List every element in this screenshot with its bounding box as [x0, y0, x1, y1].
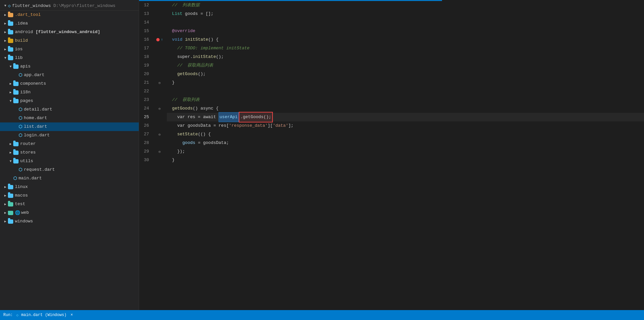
folder-icon — [8, 30, 13, 34]
gutter-27: ⊖ — [156, 130, 164, 139]
code-line-18: super.initState(); — [167, 53, 644, 61]
code-line-29: }); — [167, 147, 644, 156]
folder-icon — [8, 194, 13, 198]
sidebar-item-pages[interactable]: pages — [0, 97, 139, 105]
line-num-25: 25 — [139, 113, 152, 121]
item-label: lib — [15, 54, 23, 62]
gutter-25 — [156, 113, 164, 121]
highlighted-userapi: userApi — [219, 112, 239, 122]
sidebar-item-dart-tool[interactable]: .dart_tool — [0, 11, 139, 19]
sidebar-item-stores[interactable]: stores — [0, 148, 139, 157]
dart-run-icon: ◇ — [16, 313, 19, 318]
item-label: ios — [15, 46, 23, 53]
folder-icon — [8, 22, 13, 26]
project-root[interactable]: ◇ flutter_windows D:\Mypro\flutter_windo… — [0, 1, 139, 11]
sidebar-item-build[interactable]: build — [0, 36, 139, 45]
project-name: flutter_windows D:\Mypro\flutter_windows — [12, 2, 115, 10]
item-label: build — [15, 37, 28, 44]
code-line-19: // 获取商品列表 — [167, 61, 644, 70]
folder-icon — [13, 151, 19, 155]
folder-icon — [13, 90, 19, 95]
gutter-23 — [156, 96, 164, 104]
item-label: linux — [15, 183, 28, 191]
gutter-21: ⊖ — [156, 78, 164, 87]
dart-icon: ⬡ — [19, 72, 22, 78]
sidebar-item-login-dart[interactable]: ⬡ login.dart — [0, 131, 139, 140]
sidebar-item-lib[interactable]: lib — [0, 54, 139, 62]
sidebar-item-web[interactable]: 🌐 web — [0, 208, 139, 217]
folder-icon — [13, 99, 19, 103]
file-explorer: ◇ flutter_windows D:\Mypro\flutter_windo… — [0, 0, 139, 310]
gutter-28 — [156, 139, 164, 147]
sidebar-item-router[interactable]: router — [0, 140, 139, 148]
collapse-arrow — [8, 150, 13, 155]
sidebar-item-idea[interactable]: .idea — [0, 19, 139, 28]
collapse-arrow — [3, 184, 8, 190]
sidebar-item-test[interactable]: test — [0, 200, 139, 208]
dart-icon: ⬡ — [19, 115, 22, 121]
item-label: main.dart — [19, 175, 42, 182]
item-label: windows — [15, 218, 33, 225]
line-num-23: 23 — [139, 96, 152, 104]
sidebar-item-macos[interactable]: macos — [0, 191, 139, 200]
code-line-13: List goods = []; — [167, 10, 644, 18]
line-num-16: 16 — [139, 35, 152, 44]
sidebar-item-home-dart[interactable]: ⬡ home.dart — [0, 114, 139, 122]
sidebar-item-linux[interactable]: linux — [0, 183, 139, 191]
run-label: Run: — [3, 313, 13, 317]
code-line-12: // 列表数据 — [167, 1, 644, 10]
line-num-12: 12 — [139, 1, 152, 10]
sidebar-item-apis[interactable]: apis — [0, 62, 139, 71]
code-line-22 — [167, 87, 644, 96]
item-label: stores — [20, 149, 36, 156]
collapse-arrow — [3, 55, 8, 61]
sidebar-item-android[interactable]: android [flutter_windows_android] — [0, 28, 139, 36]
line-num-24: 24 — [139, 104, 152, 113]
item-label: apis — [20, 63, 30, 70]
line-num-21: 21 — [139, 78, 152, 87]
collapse-arrow — [3, 12, 8, 18]
sidebar-item-detail-dart[interactable]: ⬡ detail.dart — [0, 105, 139, 114]
folder-icon — [8, 211, 13, 215]
collapse-arrow — [8, 141, 13, 147]
gutter-24: ⊖ — [156, 104, 164, 113]
code-area[interactable]: // 列表数据 List goods = []; @override void … — [164, 1, 644, 310]
sidebar-item-i18n[interactable]: i18n — [0, 88, 139, 97]
code-line-20: getGoods(); — [167, 70, 644, 78]
collapse-arrow — [3, 202, 8, 207]
code-line-14 — [167, 18, 644, 27]
collapse-arrow — [3, 47, 8, 52]
item-label: app.dart — [24, 71, 44, 79]
folder-icon — [8, 185, 13, 189]
sidebar-item-main-dart[interactable]: ⬡ main.dart — [0, 174, 139, 183]
sidebar-item-utils[interactable]: utils — [0, 157, 139, 165]
item-label: login.dart — [24, 132, 50, 139]
line-num-18: 18 — [139, 53, 152, 61]
line-num-22: 22 — [139, 87, 152, 96]
folder-icon — [13, 65, 19, 69]
collapse-arrow — [3, 21, 8, 26]
sidebar-item-app-dart[interactable]: ⬡ app.dart — [0, 71, 139, 79]
item-label: test — [15, 201, 25, 208]
code-line-28: goods = goodsData; — [167, 139, 644, 147]
run-label-area: Run: ◇ main.dart (Windows) × — [3, 313, 73, 318]
dart-icon: ⬡ — [19, 107, 22, 112]
sidebar-item-request-dart[interactable]: ⬡ request.dart — [0, 165, 139, 174]
line-num-20: 20 — [139, 70, 152, 78]
item-label: i18n — [20, 89, 30, 96]
code-line-30: } — [167, 156, 644, 164]
sidebar-item-list-dart[interactable]: ⬡ list.dart — [0, 122, 139, 131]
sidebar-item-ios[interactable]: ios — [0, 45, 139, 54]
breakpoint-dot — [156, 38, 160, 41]
folder-icon — [8, 56, 13, 60]
item-label: list.dart — [24, 123, 47, 130]
sidebar-item-windows[interactable]: windows — [0, 217, 139, 226]
collapse-arrow — [3, 219, 8, 224]
gutter-12 — [156, 1, 164, 10]
close-run-tab[interactable]: × — [71, 313, 73, 317]
gutter-14 — [156, 18, 164, 27]
sidebar-item-components[interactable]: components — [0, 79, 139, 88]
item-label: detail.dart — [24, 106, 52, 113]
collapse-arrow — [8, 64, 13, 69]
line-num-13: 13 — [139, 10, 152, 18]
